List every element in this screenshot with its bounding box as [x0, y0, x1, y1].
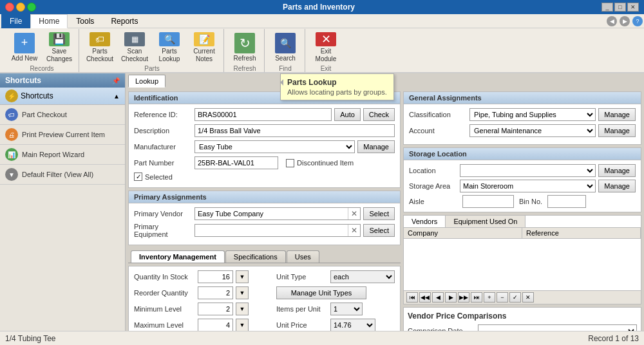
help-icon[interactable]: ?: [632, 16, 643, 26]
sidebar-item-default-filter[interactable]: ▼ Default Filter (View All): [0, 165, 125, 185]
nav-next[interactable]: ▶: [445, 292, 457, 303]
nav-back-icon[interactable]: ◀: [607, 16, 617, 26]
equipment-used-on-tab[interactable]: Equipment Used On: [446, 216, 526, 227]
check-button[interactable]: Check: [363, 108, 395, 121]
bin-no-input[interactable]: [547, 195, 586, 208]
nav-next-page[interactable]: ▶▶: [458, 292, 469, 303]
parts-checkout-button[interactable]: 🏷 Parts Checkout: [83, 29, 117, 65]
comparison-date-select[interactable]: [478, 324, 637, 331]
form-container: Identification Reference ID: Auto Check …: [126, 89, 644, 331]
min-level-row: Minimum Level ▼: [134, 303, 266, 315]
account-select[interactable]: General Maintenance: [469, 124, 596, 137]
vendor-nav-bar: ⏮ ◀◀ ◀ ▶ ▶▶ ⏭ + − ✓ ✕: [404, 290, 641, 304]
collapse-icon[interactable]: ▲: [113, 93, 120, 100]
primary-assignments-body: Primary Vendor ✕ Select Primary Equipmen…: [129, 203, 400, 245]
reference-id-label: Reference ID:: [134, 111, 192, 118]
location-row: Location Manage: [409, 164, 636, 177]
exit-module-button[interactable]: ✕ Exit Module: [309, 29, 343, 65]
manufacturer-select[interactable]: Easy Tube: [194, 140, 355, 153]
save-changes-button[interactable]: 💾 Save Changes: [43, 29, 76, 65]
parts-lookup-button[interactable]: 🔍 Parts Lookup: [153, 29, 186, 65]
max-level-input[interactable]: [198, 319, 233, 331]
refresh-icon: ↻: [234, 33, 255, 53]
location-select[interactable]: [460, 164, 596, 177]
general-assignments-header: General Assignments: [404, 92, 641, 104]
sidebar-pin[interactable]: 📌: [112, 77, 120, 84]
primary-vendor-select-btn[interactable]: Select: [363, 207, 395, 220]
primary-vendor-clear[interactable]: ✕: [348, 208, 360, 219]
classification-manage-btn[interactable]: Manage: [598, 108, 636, 121]
min-level-input[interactable]: [198, 303, 233, 315]
part-number-label: Part Number: [134, 159, 192, 167]
primary-vendor-label: Primary Vendor: [134, 210, 192, 218]
scan-checkout-button[interactable]: ▦ Scan Checkout: [118, 29, 151, 65]
reorder-qty-row: Reorder Quantity ▼: [134, 286, 266, 299]
sidebar-item-main-report[interactable]: 📊 Main Report Wizard: [0, 145, 125, 165]
primary-equipment-select-btn[interactable]: Select: [363, 224, 395, 237]
add-new-button[interactable]: + Add New: [8, 29, 41, 65]
add-icon: +: [14, 33, 35, 53]
storage-area-manage-btn[interactable]: Manage: [598, 180, 636, 192]
sidebar-item-print-preview[interactable]: 🖨 Print Preview Current Item: [0, 125, 125, 145]
reorder-qty-input[interactable]: [198, 286, 233, 299]
discontinued-checkbox[interactable]: [286, 159, 294, 167]
tab-uses[interactable]: Uses: [287, 250, 319, 263]
company-col-header: Company: [404, 228, 522, 238]
items-per-unit-select[interactable]: 1: [330, 303, 363, 315]
menu-home[interactable]: Home: [30, 14, 68, 28]
manage-unit-types-btn[interactable]: Manage Unit Types: [276, 286, 366, 299]
nav-cancel[interactable]: ✕: [522, 292, 534, 303]
unit-price-select[interactable]: 14.76: [330, 319, 375, 331]
tab-specifications[interactable]: Specifications: [225, 250, 286, 263]
refresh-button[interactable]: ↻ Refresh: [228, 29, 261, 65]
nav-forward-icon[interactable]: ▶: [620, 16, 630, 26]
lookup-tab[interactable]: Lookup: [128, 75, 166, 88]
sidebar-item-part-checkout[interactable]: 🏷 Part Checkout: [0, 105, 125, 125]
aisle-input[interactable]: [462, 195, 514, 208]
description-label: Description: [134, 127, 192, 135]
min-level-dropdown[interactable]: ▼: [236, 303, 249, 315]
search-button[interactable]: 🔍 Search: [269, 29, 302, 65]
content-area: Lookup Parts Lookup Allows locating part…: [126, 73, 644, 331]
qty-in-stock-input[interactable]: [198, 270, 233, 283]
tooltip-box: Parts Lookup Allows locating parts by gr…: [280, 73, 394, 100]
classification-select[interactable]: Pipe, Tubing and Supplies: [469, 108, 596, 121]
primary-vendor-row: Primary Vendor ✕ Select: [134, 207, 395, 220]
qty-in-stock-dropdown[interactable]: ▼: [236, 270, 249, 283]
maximize-btn[interactable]: □: [614, 3, 626, 12]
menu-tools[interactable]: Tools: [68, 14, 102, 28]
account-manage-btn[interactable]: Manage: [598, 124, 636, 137]
auto-button[interactable]: Auto: [334, 108, 361, 121]
close-btn[interactable]: ✕: [627, 3, 639, 12]
reference-id-input[interactable]: [194, 108, 332, 121]
nav-prev-page[interactable]: ◀◀: [419, 292, 431, 303]
current-notes-button[interactable]: 📝 Current Notes: [187, 29, 221, 65]
nav-prev[interactable]: ◀: [432, 292, 444, 303]
unit-type-select[interactable]: each: [330, 270, 395, 283]
part-number-input[interactable]: [194, 156, 278, 169]
selected-checkbox[interactable]: ✓: [134, 172, 142, 181]
menu-reports[interactable]: Reports: [102, 14, 146, 28]
reorder-qty-dropdown[interactable]: ▼: [236, 286, 249, 299]
primary-equipment-input[interactable]: [195, 226, 348, 235]
storage-area-select[interactable]: Main Storeroom: [460, 180, 596, 192]
primary-equipment-row: Primary Equipment ✕ Select: [134, 223, 395, 238]
manufacturer-manage-button[interactable]: Manage: [357, 140, 395, 153]
nav-first[interactable]: ⏮: [406, 292, 418, 303]
nav-last[interactable]: ⏭: [471, 292, 482, 303]
vendors-section: Vendors Equipment Used On Company Refere…: [403, 215, 641, 304]
nav-delete[interactable]: −: [497, 292, 508, 303]
minimize-btn[interactable]: _: [601, 3, 613, 12]
vendors-tab[interactable]: Vendors: [404, 216, 446, 227]
shortcuts-section-header[interactable]: ⚡ Shortcuts ▲: [0, 88, 125, 105]
menu-file[interactable]: File: [1, 14, 30, 28]
nav-add[interactable]: +: [484, 292, 495, 303]
menu-bar: File Home Tools Reports ◀ ▶ ?: [0, 14, 644, 28]
tab-inventory[interactable]: Inventory Management: [131, 250, 225, 263]
description-input[interactable]: [194, 124, 395, 137]
primary-vendor-input[interactable]: [195, 209, 348, 218]
primary-equipment-clear[interactable]: ✕: [348, 225, 360, 236]
max-level-dropdown[interactable]: ▼: [236, 319, 249, 331]
nav-confirm[interactable]: ✓: [509, 292, 521, 303]
location-manage-btn[interactable]: Manage: [598, 164, 636, 177]
